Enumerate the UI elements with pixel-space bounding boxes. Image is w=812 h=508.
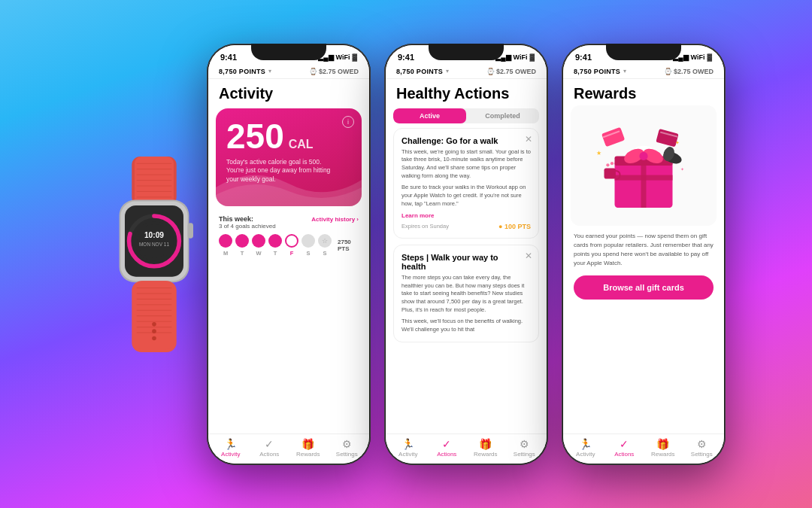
activity-nav-icon-2: 🏃 [401,439,414,449]
owed-label-3: ⌚ $2.75 OWED [664,68,714,75]
status-time-3: 9:41 [575,53,592,62]
actions-content: Healthy Actions Active Completed ✕ Chall… [386,79,547,433]
day-col-f: F [285,234,298,257]
svg-rect-34 [641,156,647,208]
notch-1 [251,44,326,60]
tab-active[interactable]: Active [393,108,466,123]
actions-title: Healthy Actions [386,79,547,105]
dot-t2 [268,234,282,248]
phone-rewards: 9:41 ▂▄▆ WiFi ▓ 8,750 POINTS ▾ ⌚ $2.75 O… [562,44,726,465]
bottom-nav-1: 🏃 Activity ✓ Actions 🎁 Rewards ⚙ Setting… [208,433,369,464]
activity-nav-icon-3: 🏃 [579,439,592,449]
svg-point-29 [152,336,156,340]
day-col-s2: ☆ S [318,234,332,257]
nav-activity-3[interactable]: 🏃 Activity [571,439,601,458]
dot-s1 [301,234,315,248]
dot-w [252,234,265,248]
svg-rect-35 [615,175,673,180]
nav-settings-label-1: Settings [336,451,358,458]
nav-activity-label-2: Activity [398,451,417,458]
rewards-nav-icon-3: 🎁 [656,439,669,449]
status-time-2: 9:41 [398,53,414,62]
points-bar-2: 8,750 POINTS ▾ ⌚ $2.75 OWED [386,65,547,79]
close-challenge-2[interactable]: ✕ [525,251,532,260]
tab-completed[interactable]: Completed [466,108,539,123]
nav-settings-label-2: Settings [514,451,535,458]
week-section: This week: 3 of 4 goals achieved Activit… [208,209,369,263]
phone-actions: 9:41 ▂▄▆ WiFi ▓ 8,750 POINTS ▾ ⌚ $2.75 O… [384,44,548,465]
nav-settings-1[interactable]: ⚙ Settings [332,439,362,458]
wifi-icon-3: WiFi [691,53,705,61]
nav-activity-label-1: Activity [221,451,240,458]
close-challenge-1[interactable]: ✕ [525,135,532,144]
rewards-content: Rewards [563,79,724,433]
day-col-t1: T [235,234,249,257]
bottom-nav-2: 🏃 Activity ✓ Actions 🎁 Rewards ⚙ Setting… [386,433,547,464]
actions-nav-icon-2: ✓ [442,439,451,449]
actions-nav-icon-3: ✓ [620,439,629,449]
nav-rewards-1[interactable]: 🎁 Rewards [293,439,323,458]
svg-point-38 [639,151,647,160]
actions-nav-icon-1: ✓ [265,439,274,449]
settings-nav-icon-3: ⚙ [697,439,707,449]
nav-activity-2[interactable]: 🏃 Activity [393,439,423,458]
gift-illustration: ★ ✦ ✦ [571,105,717,226]
svg-rect-45 [604,168,616,178]
dropdown-arrow-1[interactable]: ▾ [268,68,271,75]
challenge1-footer: Expires on Sunday ● 100 PTS [401,223,531,230]
svg-text:✦: ✦ [680,167,684,172]
watch-icon-3: ⌚ [664,68,672,75]
nav-rewards-2[interactable]: 🎁 Rewards [471,439,501,458]
wifi-icon-1: WiFi [336,53,350,61]
svg-text:10:09: 10:09 [144,230,164,239]
svg-text:★: ★ [596,149,601,157]
dropdown-arrow-2[interactable]: ▾ [446,68,449,75]
browse-gift-cards-button[interactable]: Browse all gift cards [574,275,714,300]
day-col-t2: T [268,234,282,257]
settings-nav-icon-2: ⚙ [520,439,529,449]
rewards-title: Rewards [563,79,724,105]
activity-history-link[interactable]: Activity history › [311,216,359,223]
svg-point-46 [606,163,609,166]
this-week-label: This week: [219,215,276,223]
day-col-w: W [252,234,265,257]
svg-text:MON NOV 11: MON NOV 11 [139,241,169,246]
svg-rect-1 [135,157,174,205]
watch-icon-1: ⌚ [309,68,317,75]
nav-settings-3[interactable]: ⚙ Settings [686,439,717,458]
nav-settings-2[interactable]: ⚙ Settings [509,439,539,458]
points-label-3: 8,750 POINTS [574,68,620,75]
dot-t1 [235,234,249,248]
pts-label-week: 2750 PTS [338,239,359,252]
nav-actions-2[interactable]: ✓ Actions [432,439,462,458]
nav-actions-label-1: Actions [259,451,279,458]
challenge2-body: The more steps you can take every day, t… [401,274,531,315]
phones-row: 9:41 ▂▄▆ WiFi ▓ 8,750 POINTS ▾ ⌚ $ [207,44,726,465]
info-icon[interactable]: i [342,116,354,128]
watch-icon-2: ⌚ [486,68,495,75]
nav-activity-1[interactable]: 🏃 Activity [216,439,246,458]
nav-rewards-label-1: Rewards [296,451,320,458]
status-time-1: 9:41 [220,53,237,62]
svg-text:✦: ✦ [675,140,680,145]
nav-actions-label-2: Actions [437,451,456,458]
svg-rect-11 [188,223,193,238]
dropdown-arrow-3[interactable]: ▾ [623,68,626,75]
rewards-description: You earned your points — now spend them … [563,232,724,268]
nav-actions-1[interactable]: ✓ Actions [254,439,284,458]
apple-watch: 10:09 MON NOV 11 [86,157,222,352]
rewards-nav-icon-1: 🎁 [301,439,314,449]
learn-more-link[interactable]: Learn more [401,212,531,219]
activity-title: Activity [208,79,369,105]
nav-actions-3[interactable]: ✓ Actions [609,439,639,458]
nav-activity-label-3: Activity [576,451,595,458]
battery-icon-3: ▓ [707,53,712,61]
challenge2-title: Steps | Walk your way to health [401,253,531,271]
cal-unit: CAL [289,138,314,151]
points-label-1: 8,750 POINTS [219,68,265,75]
scene: 10:09 MON NOV 11 [0,0,812,508]
nav-rewards-3[interactable]: 🎁 Rewards [648,439,678,458]
activity-nav-icon: 🏃 [224,439,237,449]
points-label-2: 8,750 POINTS [396,68,443,75]
notch-3 [606,44,681,60]
